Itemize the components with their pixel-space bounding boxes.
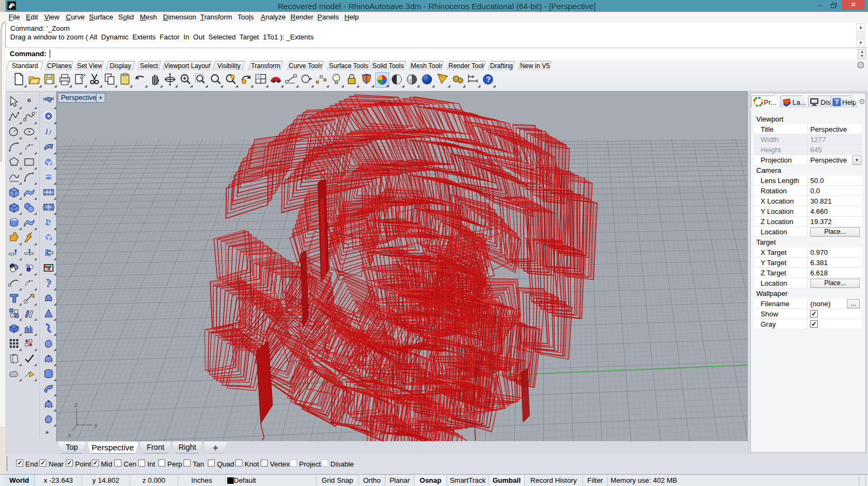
svg-text:?: ? <box>835 99 838 105</box>
svg-text:?: ? <box>486 75 491 84</box>
svg-text:y: y <box>94 422 98 428</box>
svg-text:x: x <box>68 432 71 438</box>
svg-text:z: z <box>74 401 78 408</box>
